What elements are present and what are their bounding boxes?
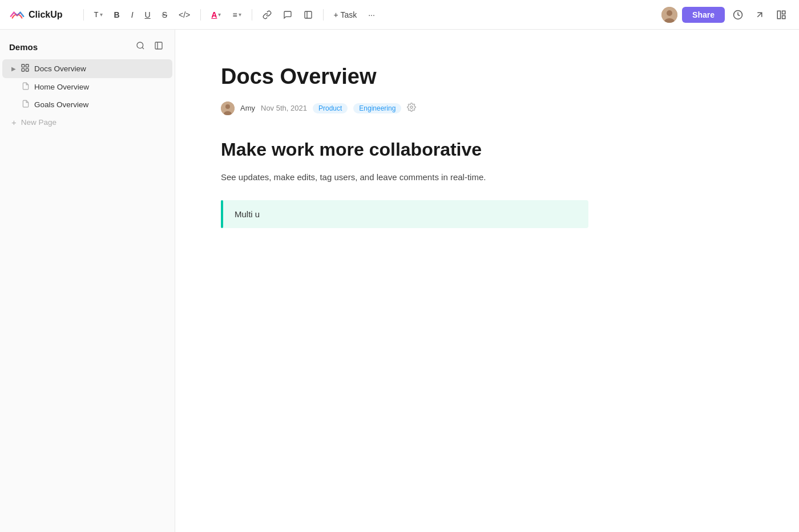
sidebar-item-label: Goals Overview [34,100,163,109]
align-button[interactable]: ≡ ▾ [229,8,244,22]
svg-point-2 [17,14,18,16]
link-button[interactable] [259,8,275,22]
sidebar-item-goals-overview[interactable]: Goals Overview [2,96,172,113]
svg-point-3 [19,11,21,13]
text-style-button[interactable]: T ▾ [91,8,106,21]
sidebar-icons [134,40,166,54]
avatar[interactable] [661,7,677,23]
expand-arrow-icon: ▶ [11,66,16,72]
strikethrough-button[interactable]: S [159,8,171,22]
sidebar-item-home-overview[interactable]: Home Overview [2,78,172,96]
toolbar-divider-4 [323,9,324,21]
code-button[interactable]: </> [175,8,193,22]
author-name: Amy [240,104,255,112]
svg-point-1 [13,11,15,13]
svg-line-10 [757,13,762,17]
svg-rect-13 [782,15,785,18]
author-avatar [221,101,235,115]
share-button[interactable]: Share [682,7,725,23]
svg-rect-18 [22,64,25,67]
history-button[interactable] [729,7,746,22]
toolbar-divider-2 [200,9,201,21]
sidebar-item-label: Home Overview [34,83,163,91]
export-button[interactable] [751,7,768,22]
bold-button[interactable]: B [111,8,123,22]
svg-rect-21 [26,68,29,71]
layout-button[interactable] [773,7,790,22]
toolbar-divider [83,9,84,21]
svg-point-7 [667,10,672,16]
svg-rect-12 [782,11,785,14]
underline-button[interactable]: U [142,8,154,22]
svg-point-25 [410,106,413,108]
logo-text: ClickUp [29,10,63,20]
new-page-label: New Page [21,118,57,127]
sidebar-item-docs-overview[interactable]: ▶ Docs Overview [2,59,172,78]
more-options-button[interactable]: ··· [365,8,378,22]
sidebar: Demos ▶ Docs Overview Hom [0,30,175,532]
main-layout: Demos ▶ Docs Overview Hom [0,30,799,532]
sidebar-title: Demos [9,42,38,52]
tag-engineering[interactable]: Engineering [353,103,401,113]
doc-heading: Make work more collaborative [221,138,753,162]
doc-settings-icon[interactable] [407,103,416,114]
svg-line-15 [142,47,144,49]
svg-rect-19 [26,64,29,67]
svg-point-23 [225,104,230,109]
toolbar-right: Share [661,7,790,23]
doc-meta: Amy Nov 5th, 2021 Product Engineering [221,101,753,115]
doc-embed-button[interactable] [300,8,316,22]
blockquote-container: Multi u [221,200,753,228]
svg-rect-16 [155,42,162,49]
plus-icon: + [11,117,17,127]
italic-button[interactable]: I [128,8,137,22]
doc-icon [22,100,30,109]
svg-rect-20 [22,68,25,71]
color-button[interactable]: A ▾ [208,8,224,22]
logo[interactable]: ClickUp [9,7,63,23]
svg-point-14 [137,42,143,48]
comment-button[interactable] [280,8,296,22]
svg-rect-11 [777,11,780,19]
sidebar-new-page-button[interactable]: + New Page [2,113,172,131]
content-area: Docs Overview Amy Nov 5th, 2021 Product … [175,30,799,532]
tag-product[interactable]: Product [313,103,348,113]
sidebar-header: Demos [0,30,175,59]
doc-subtext: See updates, make edits, tag users, and … [221,170,753,184]
svg-rect-4 [305,11,312,18]
doc-icon [22,82,30,92]
grid-icon [21,63,30,74]
toolbar: ClickUp T ▾ B I U S </> A ▾ ≡ ▾ + Task [0,0,799,30]
sidebar-item-label: Docs Overview [34,64,163,73]
toolbar-divider-3 [252,9,252,21]
blockquote-content[interactable]: Multi u [223,200,588,228]
doc-title[interactable]: Docs Overview [221,64,753,90]
doc-date: Nov 5th, 2021 [261,104,307,112]
sidebar-search-button[interactable] [134,40,147,54]
sidebar-collapse-button[interactable] [152,40,166,54]
add-task-button[interactable]: + Task [330,8,361,22]
